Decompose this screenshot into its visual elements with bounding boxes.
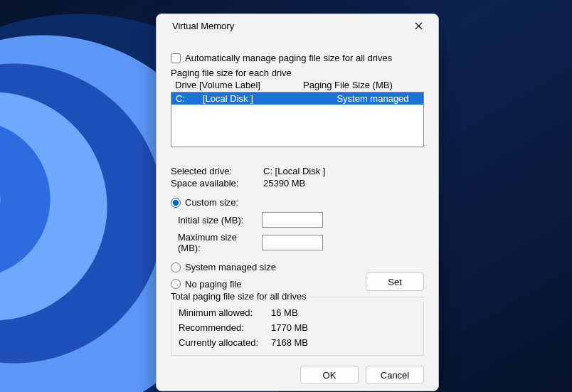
no-paging-radio[interactable] — [171, 279, 181, 289]
drive-row[interactable]: C: [Local Disk ] System managed — [171, 92, 423, 105]
system-managed-radio[interactable] — [171, 263, 181, 272]
initial-size-input[interactable] — [262, 212, 323, 228]
maximum-size-label: Maximum size (MB): — [178, 232, 262, 253]
min-allowed-value: 16 MB — [271, 307, 298, 318]
custom-size-row[interactable]: Custom size: — [171, 197, 424, 208]
auto-manage-label: Automatically manage paging file size fo… — [185, 53, 392, 63]
dialog-content: Automatically manage paging file size fo… — [157, 37, 438, 356]
no-paging-row[interactable]: No paging file — [171, 279, 242, 290]
custom-size-radio[interactable] — [171, 198, 181, 208]
titlebar: Virtual Memory — [157, 14, 438, 37]
drive-row-letter: C: — [176, 93, 203, 104]
auto-manage-row[interactable]: Automatically manage paging file size fo… — [171, 53, 424, 63]
auto-manage-checkbox[interactable] — [171, 53, 181, 63]
header-drive: Drive [Volume Label] — [175, 80, 303, 90]
selected-drive-block: Selected drive: C: [Local Disk ] Space a… — [171, 164, 424, 189]
drive-list[interactable]: C: [Local Disk ] System managed — [171, 92, 424, 147]
selected-drive-label: Selected drive: — [171, 166, 263, 176]
ok-button[interactable]: OK — [300, 366, 359, 384]
cancel-button[interactable]: Cancel — [366, 366, 424, 384]
currently-allocated-label: Currently allocated: — [179, 337, 271, 348]
dialog-actions: OK Cancel — [157, 356, 438, 392]
drive-row-size: System managed — [327, 93, 419, 104]
close-button[interactable] — [404, 14, 433, 37]
recommended-label: Recommended: — [179, 322, 271, 333]
selected-drive-value: C: [Local Disk ] — [263, 166, 325, 176]
system-managed-row[interactable]: System managed size — [171, 262, 424, 272]
maximum-size-input[interactable] — [262, 235, 323, 250]
drive-row-label: [Local Disk ] — [203, 93, 327, 104]
no-paging-label: No paging file — [185, 279, 242, 290]
space-available-label: Space available: — [171, 178, 263, 189]
custom-size-label: Custom size: — [185, 197, 238, 208]
currently-allocated-value: 7168 MB — [271, 337, 308, 348]
space-available-value: 25390 MB — [263, 178, 305, 189]
custom-size-inputs: Initial size (MB): Maximum size (MB): — [178, 208, 424, 253]
window-title: Virtual Memory — [172, 21, 404, 31]
totals-group: Total paging file size for all drives Mi… — [171, 291, 424, 356]
initial-size-label: Initial size (MB): — [178, 215, 262, 226]
close-icon — [415, 22, 423, 30]
system-managed-label: System managed size — [185, 262, 276, 272]
recommended-value: 1770 MB — [271, 322, 308, 333]
virtual-memory-dialog: Virtual Memory Automatically manage pagi… — [156, 14, 439, 391]
set-button[interactable]: Set — [366, 272, 424, 291]
totals-group-label: Total paging file size for all drives — [171, 291, 309, 302]
drive-group-label: Paging file size for each drive — [171, 68, 424, 78]
header-size: Paging File Size (MB) — [303, 80, 393, 90]
min-allowed-label: Minimum allowed: — [179, 307, 271, 318]
drive-list-header: Drive [Volume Label] Paging File Size (M… — [171, 78, 424, 92]
